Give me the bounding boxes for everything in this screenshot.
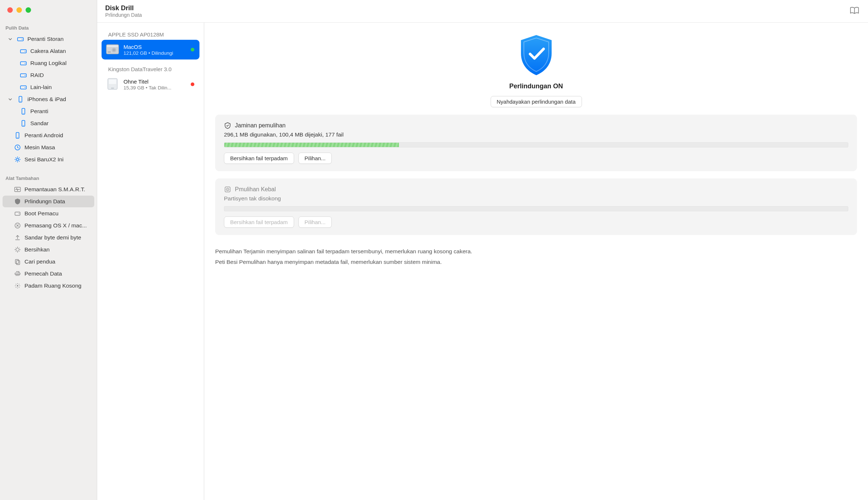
sidebar-item-label: Padam Ruang Kosong (24, 282, 81, 289)
svg-rect-25 (16, 261, 20, 265)
svg-point-38 (227, 189, 228, 190)
sidebar-item-label: Bersihkan (24, 246, 50, 253)
svg-rect-8 (20, 86, 26, 89)
svg-rect-35 (111, 88, 114, 89)
svg-rect-29 (107, 45, 118, 47)
sidebar-item-logical-volumes[interactable]: Ruang Logikal (3, 57, 94, 69)
drive-icon (14, 210, 21, 217)
options-button[interactable]: Pilihan... (298, 216, 332, 228)
cleanup-deleted-button[interactable]: Bersihkan fail terpadam (224, 216, 294, 228)
page-subtitle: Prlindungn Data (105, 12, 142, 18)
heartbeat-icon (14, 186, 21, 193)
shredder-icon (14, 270, 21, 277)
svg-point-1 (22, 39, 23, 40)
panel-title: Jaminan pemulihan (235, 122, 286, 129)
disable-protection-button[interactable]: Nyahdayakan perlindungan data (491, 96, 582, 107)
usage-progress-bar (224, 206, 848, 211)
sidebar-item-erase-free-space[interactable]: Padam Ruang Kosong (3, 280, 94, 292)
sidebar-item-time-machine[interactable]: Mesin Masa (3, 142, 94, 153)
sidebar-item-label: Pemecah Data (24, 270, 62, 277)
cleanup-deleted-button[interactable]: Bersihkan fail terpadam (224, 153, 294, 164)
svg-point-11 (20, 101, 21, 102)
svg-point-7 (25, 75, 26, 76)
sidebar: Pulih Data Peranti Storan Cakera Alatan … (0, 0, 97, 500)
sidebar-item-label: iPhones & iPad (27, 96, 66, 103)
main-content: Perlindungan ON Nyahdayakan perlindungan… (204, 23, 868, 500)
desc-line-1: Pemulihan Terjamin menyimpan salinan fai… (215, 246, 857, 257)
disk-icon (20, 59, 27, 67)
sidebar-item-label: RAID (30, 72, 44, 78)
svg-point-17 (17, 137, 18, 138)
svg-point-31 (114, 50, 115, 51)
chevron-down-icon (8, 37, 12, 41)
disk-icon (20, 47, 27, 55)
sidebar-item-label: Mesin Masa (24, 144, 55, 151)
sidebar-item-hardware-disks[interactable]: Cakera Alatan (3, 45, 94, 57)
sidebar-item-duplicates[interactable]: Cari pendua (3, 256, 94, 268)
svg-rect-34 (109, 80, 116, 84)
target-icon (224, 186, 231, 193)
svg-point-9 (25, 87, 26, 88)
svg-point-15 (23, 125, 24, 126)
sidebar-item-label: Peranti Storan (27, 36, 64, 42)
drive-list-panel: APPLE SSD AP0128M MacOS 121,02 GB • Dili… (97, 23, 204, 500)
maximize-window-button[interactable] (26, 7, 31, 13)
sidebar-item-storage-devices[interactable]: Peranti Storan (3, 33, 94, 45)
sidebar-item-iphone-backups[interactable]: Sandar (3, 118, 94, 129)
sidebar-item-label: Sandar (30, 120, 49, 127)
minimize-window-button[interactable] (16, 7, 22, 13)
header: Disk Drill Prlindungn Data (97, 0, 868, 23)
copy-icon (14, 258, 21, 265)
gear-icon (14, 156, 21, 163)
drive-name: MacOS (123, 44, 195, 50)
sidebar-item-byte-backup[interactable]: Sandar byte demi byte (3, 232, 94, 243)
disk-icon (20, 84, 27, 91)
sidebar-item-label: Ruang Logikal (30, 60, 66, 66)
sidebar-item-new-session[interactable]: Sesi BaruX2 Ini (3, 154, 94, 165)
drive-name: Ohne Titel (123, 78, 195, 85)
disk-group-label: Kingston DataTraveler 3.0 (102, 62, 199, 74)
sidebar-item-label: Boot Pemacu (24, 210, 58, 217)
phone-icon (20, 108, 27, 115)
sidebar-item-shredder[interactable]: Pemecah Data (3, 268, 94, 280)
sidebar-item-data-protection[interactable]: Prlindungn Data (3, 196, 94, 207)
panel-stats: Partisyen tak disokong (224, 195, 848, 202)
close-window-button[interactable] (7, 7, 13, 13)
sidebar-item-label: Peranti Android (24, 132, 63, 139)
status-dot-unprotected (191, 82, 194, 86)
sidebar-section-tools: Alat Tambahan (0, 172, 97, 183)
drive-item-macos[interactable]: MacOS 121,02 GB • Dilindungi (102, 40, 199, 59)
svg-rect-2 (20, 50, 26, 53)
sidebar-item-cleanup[interactable]: Bersihkan (3, 244, 94, 255)
sidebar-item-label: Cari pendua (24, 258, 55, 265)
svg-rect-24 (15, 259, 19, 264)
help-book-icon[interactable] (850, 7, 859, 15)
chevron-down-icon (8, 97, 12, 101)
drive-item-ohne-titel[interactable]: Ohne Titel 15,39 GB • Tak Dilin... (102, 74, 199, 94)
sidebar-item-label: Sandar byte demi byte (24, 234, 81, 241)
sidebar-section-recover: Pulih Data (0, 22, 97, 33)
shield-icon (14, 198, 21, 205)
options-button[interactable]: Pilihan... (298, 153, 332, 164)
protection-shield-icon (518, 34, 555, 77)
svg-rect-26 (15, 273, 20, 274)
description-text: Pemulihan Terjamin menyimpan salinan fai… (215, 246, 857, 268)
sparkle-icon (14, 246, 21, 253)
sidebar-item-raid[interactable]: RAID (3, 69, 94, 81)
sidebar-item-android[interactable]: Peranti Android (3, 130, 94, 141)
sidebar-item-iphone-devices[interactable]: Peranti (3, 105, 94, 117)
protection-status-label: Perlindungan ON (215, 82, 857, 90)
sidebar-item-label: Lain-lain (30, 84, 52, 91)
svg-rect-32 (108, 51, 111, 53)
svg-point-19 (16, 158, 19, 161)
sidebar-item-boot-drive[interactable]: Boot Pemacu (3, 208, 94, 219)
sidebar-item-smart[interactable]: Pemantauan S.M.A.R.T. (3, 184, 94, 195)
sidebar-item-iphones-ipad[interactable]: iPhones & iPad (3, 93, 94, 105)
upload-icon (14, 234, 21, 241)
svg-point-22 (19, 214, 19, 214)
erase-icon (14, 282, 21, 289)
sidebar-item-osx-installer[interactable]: Pemasang OS X / mac... (3, 220, 94, 231)
sidebar-item-other[interactable]: Lain-lain (3, 81, 94, 93)
sidebar-item-label: Peranti (30, 108, 48, 115)
drive-subtitle: 15,39 GB • Tak Dilin... (123, 85, 195, 91)
